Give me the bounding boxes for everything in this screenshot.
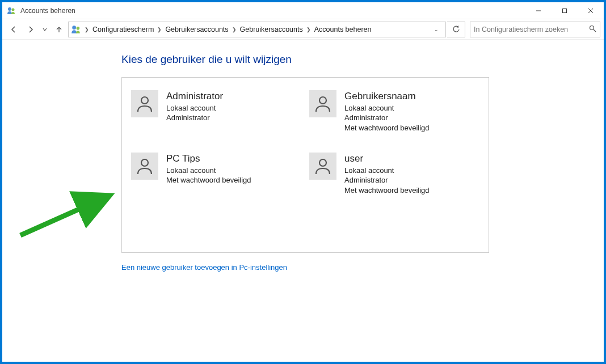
account-item-gebruikersnaam[interactable]: Gebruikersnaam Lokaal account Administra…	[307, 89, 482, 134]
breadcrumb-l1[interactable]: Gebruikersaccounts	[165, 26, 228, 33]
account-line: Met wachtwoord beveiligd	[166, 175, 251, 185]
add-user-link[interactable]: Een nieuwe gebruiker toevoegen in Pc-ins…	[121, 263, 287, 272]
back-button[interactable]	[6, 22, 22, 37]
account-line: Administrator	[166, 113, 223, 123]
nav-bar: ❯ Configuratiescherm ❯ Gebruikersaccount…	[2, 19, 604, 40]
account-line: Administrator	[344, 175, 430, 185]
account-line: Met wachtwoord beveiligd	[344, 185, 430, 196]
account-line: Lokaal account	[166, 166, 251, 176]
account-name: PC Tips	[166, 153, 251, 166]
maximize-button[interactable]	[552, 2, 578, 19]
svg-point-11	[319, 97, 326, 104]
window-title: Accounts beheren	[20, 7, 75, 15]
avatar-icon	[309, 90, 336, 117]
avatar-icon	[309, 153, 336, 180]
account-name: Administrator	[166, 90, 223, 103]
svg-point-8	[590, 26, 594, 29]
account-line: Met wachtwoord beveiligd	[344, 123, 430, 133]
svg-rect-3	[563, 9, 567, 12]
breadcrumb-l2[interactable]: Gebruikersaccounts	[240, 26, 303, 33]
chevron-right-icon: ❯	[232, 27, 237, 32]
chevron-down-icon[interactable]: ⌄	[430, 27, 443, 32]
svg-line-9	[594, 29, 596, 32]
svg-point-0	[8, 7, 11, 11]
chevron-right-icon: ❯	[306, 27, 311, 32]
account-line: Lokaal account	[344, 166, 430, 176]
account-line: Administrator	[344, 113, 430, 123]
account-item-administrator[interactable]: Administrator Lokaal account Administrat…	[129, 89, 304, 134]
search-input[interactable]	[474, 26, 589, 33]
account-info: user Lokaal account Administrator Met wa…	[344, 153, 430, 196]
svg-point-13	[319, 159, 326, 166]
content-area: Kies de gebruiker die u wilt wijzigen Ad…	[2, 40, 604, 362]
address-bar[interactable]: ❯ Configuratiescherm ❯ Gebruikersaccount…	[68, 22, 446, 37]
account-info: Gebruikersnaam Lokaal account Administra…	[344, 90, 430, 133]
chevron-right-icon: ❯	[85, 27, 89, 32]
breadcrumb-l3[interactable]: Accounts beheren	[314, 26, 372, 33]
svg-point-1	[12, 8, 15, 11]
avatar-icon	[131, 90, 158, 117]
account-item-pc-tips[interactable]: PC Tips Lokaal account Met wachtwoord be…	[129, 151, 304, 197]
account-name: user	[344, 153, 430, 166]
search-box[interactable]	[470, 22, 600, 37]
account-line: Lokaal account	[166, 103, 223, 113]
up-button[interactable]	[51, 22, 67, 37]
avatar-icon	[131, 153, 158, 180]
svg-point-7	[77, 26, 80, 29]
account-name: Gebruikersnaam	[344, 90, 430, 103]
recent-dropdown[interactable]	[40, 22, 50, 37]
accounts-panel: Administrator Lokaal account Administrat…	[121, 77, 489, 253]
page-heading: Kies de gebruiker die u wilt wijzigen	[121, 53, 604, 66]
svg-point-6	[72, 26, 76, 29]
account-item-user[interactable]: user Lokaal account Administrator Met wa…	[307, 151, 482, 197]
search-icon[interactable]	[589, 25, 596, 34]
close-button[interactable]	[578, 2, 604, 19]
forward-button[interactable]	[23, 22, 39, 37]
annotation-arrow	[15, 187, 117, 244]
breadcrumb-root[interactable]: Configuratiescherm	[92, 26, 154, 33]
chevron-right-icon: ❯	[157, 27, 162, 32]
account-info: PC Tips Lokaal account Met wachtwoord be…	[166, 153, 251, 185]
control-panel-icon	[71, 24, 81, 35]
account-info: Administrator Lokaal account Administrat…	[166, 90, 223, 123]
refresh-button[interactable]	[447, 22, 465, 37]
svg-line-14	[20, 197, 106, 235]
titlebar: Accounts beheren	[2, 2, 604, 19]
window-accounts-icon	[7, 6, 16, 15]
svg-point-12	[141, 159, 148, 166]
minimize-button[interactable]	[525, 2, 552, 19]
account-line: Lokaal account	[344, 103, 430, 113]
svg-point-10	[141, 97, 148, 104]
